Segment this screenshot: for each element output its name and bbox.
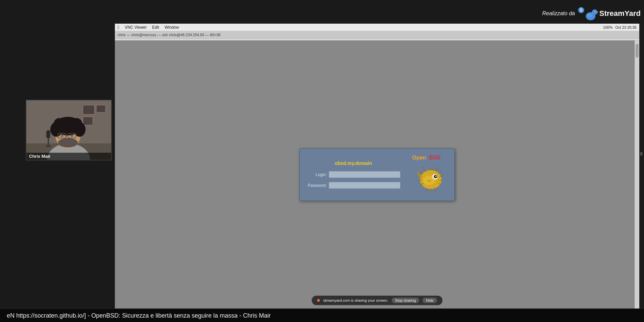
svg-point-7: [587, 14, 592, 17]
svg-point-30: [46, 145, 51, 147]
screen-share-notification: streamyard.com is sharing your screen. S…: [312, 296, 443, 305]
login-field-row: Login:: [306, 171, 400, 178]
zoom-level: 100%: [603, 25, 613, 29]
streamyard-duck-icon: S: [578, 3, 598, 24]
openbsd-logo-svg: Open BSD: [411, 153, 451, 197]
screen-share-dot: [317, 299, 320, 302]
webcam-svg: [26, 100, 111, 160]
svg-line-48: [434, 189, 436, 193]
hide-button[interactable]: Hide: [423, 298, 437, 303]
password-input[interactable]: [329, 182, 400, 189]
chat-panel: qq: [639, 24, 644, 308]
svg-point-22: [58, 138, 78, 148]
webcam-feed: [26, 100, 111, 160]
openbsd-login-dialog: obsd.my.domain Login: Password: Open BSD: [299, 148, 455, 201]
svg-point-21: [72, 118, 82, 130]
stop-sharing-button[interactable]: Stop sharing: [392, 298, 419, 303]
svg-rect-29: [48, 139, 49, 145]
scrollbar-thumb[interactable]: [636, 44, 639, 57]
login-label: Login:: [306, 172, 327, 177]
svg-line-42: [419, 171, 423, 174]
menu-window[interactable]: Window: [165, 25, 179, 30]
chat-edge-label: qq: [640, 152, 643, 155]
dialog-form-area: obsd.my.domain Login: Password:: [300, 149, 407, 200]
svg-line-36: [436, 168, 438, 172]
password-field-row: Password:: [306, 182, 400, 189]
svg-point-6: [595, 11, 596, 12]
realizzato-label: Realizzato da: [542, 10, 575, 17]
svg-rect-11: [83, 105, 94, 115]
svg-point-3: [592, 9, 597, 15]
menu-right-items: 100% Oct 23 20:36: [603, 25, 637, 29]
menu-edit[interactable]: Edit: [152, 25, 159, 30]
terminal-tab-bar: chris — chris@mercury — ssh chris@46.234…: [115, 31, 639, 39]
svg-line-46: [425, 189, 427, 193]
login-input[interactable]: [329, 171, 400, 178]
macos-menu-bar:  VNC Viewer Edit Window 100% Oct 23 20:…: [115, 24, 639, 31]
svg-text:S: S: [580, 8, 583, 13]
svg-line-37: [439, 171, 442, 174]
vnc-scrollbar[interactable]: [635, 41, 639, 308]
bottom-ticker-bar: eN https://socraten.github.io/] - OpenBS…: [0, 309, 644, 322]
ticker-text-content: eN https://socraten.github.io/] - OpenBS…: [0, 312, 271, 319]
svg-point-51: [435, 176, 437, 177]
apple-menu-icon[interactable]: : [118, 25, 119, 30]
menu-vncviewer[interactable]: VNC Viewer: [125, 25, 147, 30]
screen-share-message: streamyard.com is sharing your screen.: [323, 298, 389, 302]
terminal-title-text: chris — chris@mercury — ssh chris@46.234…: [118, 33, 220, 37]
svg-point-53: [423, 176, 435, 185]
dialog-logo-area: Open BSD: [407, 149, 454, 200]
dialog-hostname: obsd.my.domain: [306, 160, 400, 166]
svg-point-26: [60, 134, 63, 137]
svg-text:Open: Open: [412, 155, 426, 160]
svg-line-34: [429, 166, 431, 170]
svg-rect-13: [83, 117, 93, 125]
svg-line-41: [423, 168, 425, 172]
clock-display: Oct 23 20:36: [615, 25, 637, 29]
webcam-name-tag: Chris Mair: [26, 153, 111, 160]
webcam-overlay: Chris Mair: [26, 100, 112, 160]
password-label: Password:: [306, 183, 327, 188]
vnc-viewer-window[interactable]:  VNC Viewer Edit Window 100% Oct 23 20:…: [115, 24, 639, 308]
svg-point-20: [54, 118, 64, 130]
streamyard-logo: S StreamYard: [578, 3, 641, 24]
vnc-display-area[interactable]: obsd.my.domain Login: Password: Open BSD: [115, 41, 639, 308]
streamyard-branding: Realizzato da S StreamYard: [542, 3, 641, 24]
streamyard-name-text: StreamYard: [599, 9, 641, 18]
svg-text:BSD: BSD: [429, 155, 441, 160]
svg-rect-28: [46, 130, 50, 139]
svg-rect-12: [96, 105, 106, 113]
svg-point-27: [71, 134, 73, 137]
svg-marker-4: [597, 11, 598, 13]
